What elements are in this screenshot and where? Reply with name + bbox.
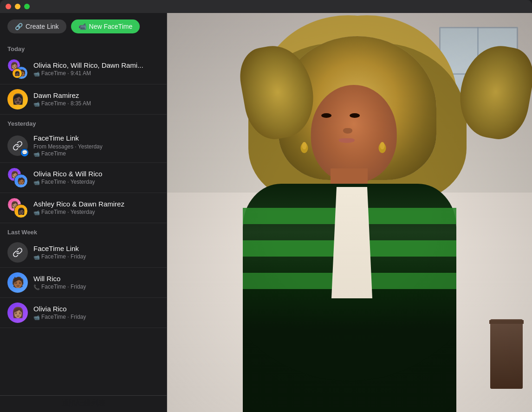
earring-left	[302, 142, 307, 149]
bg-shelf	[490, 319, 523, 389]
call-list: Today 👩🏽 🧑🏾 👩🏿 Olivia Rico, Will Rico, D	[0, 40, 167, 395]
avatar-dawn: 👩🏿	[14, 204, 28, 218]
call-name: FaceTime Link	[33, 134, 159, 143]
call-sub: From Messages · Yesterday	[33, 143, 159, 151]
call-item-dawn[interactable]: 👩🏿 Dawn Ramirez 📹 FaceTime · 8:35 AM	[0, 84, 167, 115]
call-info: Will Rico 📞 FaceTime · Friday	[33, 274, 159, 291]
call-sub: 📹 FaceTime · Friday	[33, 314, 159, 321]
caption-bar: 通訊記錄列表	[0, 395, 167, 412]
link-icon-svg	[13, 247, 23, 258]
caption-text: 通訊記錄列表	[61, 399, 106, 407]
call-item-olivia-rico[interactable]: 👩🏽 Olivia Rico 📹 FaceTime · Friday	[0, 298, 167, 328]
nose	[343, 128, 352, 134]
call-info: Olivia Rico & Will Rico 📹 FaceTime · Yes…	[33, 169, 159, 186]
link-icon: 🔗	[15, 23, 23, 30]
new-facetime-button[interactable]: 📹 New FaceTime	[71, 19, 140, 33]
avatar-olivia-single: 👩🏽	[7, 303, 28, 323]
sidebar: 🔗 Create Link 📹 New FaceTime Today 👩🏽 🧑	[0, 13, 167, 412]
call-sub: 📹 FaceTime · 8:35 AM	[33, 100, 159, 108]
call-sub: 📹 FaceTime · Yesterday	[33, 209, 159, 216]
avatar-link	[7, 242, 28, 263]
link-icon-svg	[13, 141, 23, 151]
phone-icon: 📞	[33, 284, 40, 290]
face	[311, 85, 397, 182]
call-name: Olivia Rico	[33, 304, 159, 314]
avatar-group: 👩🏽 🧑🏾 👩🏿	[7, 59, 28, 79]
call-info: FaceTime Link From Messages · Yesterday …	[33, 134, 159, 158]
app-window: 🔗 Create Link 📹 New FaceTime Today 👩🏽 🧑	[0, 13, 532, 412]
call-sub: 📹 FaceTime · Friday	[33, 253, 159, 261]
call-item-olivia-will[interactable]: 👩🏽 🧑🏾 Olivia Rico & Will Rico 📹 FaceTime…	[0, 163, 167, 193]
video-icon: 📹	[33, 71, 40, 77]
call-item-ashley-dawn[interactable]: 👩🏽 👩🏿 Ashley Rico & Dawn Ramirez 📹 FaceT…	[0, 193, 167, 223]
bg-shelf-plank	[489, 320, 524, 324]
call-sub-2: 📹 FaceTime	[33, 150, 159, 158]
create-link-label: Create Link	[26, 23, 59, 30]
video-camera-icon: 📹	[78, 23, 86, 30]
avatar-dawn: 👩🏿	[12, 68, 22, 78]
call-info: Dawn Ramirez 📹 FaceTime · 8:35 AM	[33, 91, 159, 108]
call-info: Olivia Rico 📹 FaceTime · Friday	[33, 304, 159, 321]
title-bar	[0, 0, 532, 13]
video-icon: 📹	[33, 151, 40, 157]
avatar-group: 👩🏽 🧑🏾	[7, 167, 28, 188]
new-facetime-label: New FaceTime	[89, 23, 133, 30]
call-name: Will Rico	[33, 274, 159, 283]
call-sub: 📹 FaceTime · Yesterday	[33, 179, 159, 186]
eye-left	[321, 113, 331, 118]
video-icon: 📹	[33, 314, 40, 321]
call-name: Olivia Rico, Will Rico, Dawn Rami...	[33, 61, 159, 70]
minimize-button[interactable]	[15, 4, 20, 9]
video-icon: 📹	[33, 209, 40, 216]
avatar-will: 🧑🏾	[14, 174, 28, 188]
lips	[339, 138, 355, 143]
call-item-will-rico[interactable]: 🧑🏾 Will Rico 📞 FaceTime · Friday	[0, 268, 167, 298]
section-header-yesterday: Yesterday	[0, 115, 167, 129]
video-icon: 📹	[33, 101, 40, 107]
maximize-button[interactable]	[24, 4, 30, 9]
call-sub: 📞 FaceTime · Friday	[33, 283, 159, 291]
messages-badge: 💬	[20, 148, 29, 157]
avatar-link: 💬	[7, 135, 28, 156]
close-button[interactable]	[6, 4, 11, 9]
call-item-facetime-link-messages[interactable]: 💬 FaceTime Link From Messages · Yesterda…	[0, 129, 167, 163]
main-content	[167, 13, 532, 412]
section-header-today: Today	[0, 40, 167, 54]
call-item-olivia-will-dawn[interactable]: 👩🏽 🧑🏾 👩🏿 Olivia Rico, Will Rico, Dawn Ra…	[0, 54, 167, 84]
call-name: Dawn Ramirez	[33, 91, 159, 100]
call-item-facetime-link-friday[interactable]: FaceTime Link 📹 FaceTime · Friday	[0, 238, 167, 268]
call-sub: 📹 FaceTime · 9:41 AM	[33, 70, 159, 77]
video-icon: 📹	[33, 179, 40, 186]
call-name: Ashley Rico & Dawn Ramirez	[33, 200, 159, 209]
section-header-last-week: Last Week	[0, 223, 167, 238]
avatar-will-single: 🧑🏾	[7, 272, 28, 293]
call-info: FaceTime Link 📹 FaceTime · Friday	[33, 244, 159, 261]
eye-right	[350, 113, 360, 118]
photo-area	[167, 13, 532, 412]
avatar-dawn-single: 👩🏿	[7, 89, 28, 109]
video-icon: 📹	[33, 254, 40, 260]
call-name: Olivia Rico & Will Rico	[33, 169, 159, 179]
create-link-button[interactable]: 🔗 Create Link	[7, 19, 66, 33]
call-name: FaceTime Link	[33, 244, 159, 253]
avatar-group: 👩🏽 👩🏿	[7, 198, 28, 218]
toolbar: 🔗 Create Link 📹 New FaceTime	[0, 13, 167, 40]
call-info: Ashley Rico & Dawn Ramirez 📹 FaceTime · …	[33, 200, 159, 216]
earring-right	[380, 142, 385, 149]
call-info: Olivia Rico, Will Rico, Dawn Rami... 📹 F…	[33, 61, 159, 77]
